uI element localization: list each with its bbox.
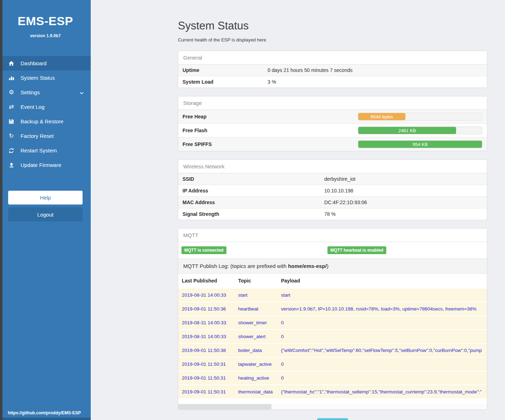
general-panel: General Uptime 0 days 21 hours 50 minute… xyxy=(178,51,487,88)
ip-address-row: IP Address 10.10.10.198 xyxy=(178,185,487,196)
sidebar-item-event-log[interactable]: ⇄ Event Log xyxy=(0,100,91,114)
system-load-label: System Load xyxy=(183,79,268,85)
wireless-panel-title: Wireless Network xyxy=(178,160,487,173)
general-panel-title: General xyxy=(178,51,487,65)
log-cell-topic: boiler_data xyxy=(235,343,277,357)
log-cell-payload: {"thermostat_hc":"1","thermostat_seltemp… xyxy=(277,385,487,398)
log-cell-payload: version=1.9.0b7, IP=10.10.10.198, rssid=… xyxy=(277,302,487,316)
table-bottom-gap xyxy=(178,398,487,404)
app-version: version 1.9.0b7 xyxy=(0,33,91,38)
free-heap-progress-track: 9544 bytes xyxy=(358,113,482,121)
log-row: 2019-08-31 14:00:33 shower_alert 0 xyxy=(178,330,487,343)
free-spiffs-progress-track: 954 KB xyxy=(358,140,482,148)
sidebar-item-restart-system[interactable]: Restart System xyxy=(0,143,91,158)
sidebar-item-label: Update Firmware xyxy=(21,162,61,168)
log-cell-topic: start xyxy=(235,288,277,302)
free-flash-label: Free Flash xyxy=(183,128,358,133)
refresh-button[interactable]: Refresh xyxy=(317,418,348,420)
mac-address-value: DC:4F:22:1D:93:06 xyxy=(324,200,367,205)
log-cell-date: 2019-08-31 14:00:33 xyxy=(178,316,235,330)
ip-address-label: IP Address xyxy=(183,188,324,194)
github-link[interactable]: https://github.com/proddy/EMS-ESP xyxy=(8,410,81,415)
log-row: 2019-09-01 11:50:36 heartbeat version=1.… xyxy=(178,302,487,316)
sidebar-item-update-firmware[interactable]: Update Firmware xyxy=(0,158,91,172)
log-cell-date: 2019-08-31 14:00:33 xyxy=(178,330,235,343)
sidebar-item-dashboard[interactable]: Dashboard xyxy=(0,56,91,71)
sidebar-item-label: Event Log xyxy=(21,104,45,110)
ip-address-value: 10.10.10.198 xyxy=(324,188,353,194)
logout-button[interactable]: Logout xyxy=(8,207,83,222)
page-title: System Status xyxy=(178,19,487,32)
app-window: EMS-ESP version 1.9.0b7 Dashboard System… xyxy=(0,0,505,420)
sidebar-item-label: Restart System xyxy=(21,147,57,153)
horizontal-scrollbar-track[interactable] xyxy=(178,404,487,409)
sidebar-item-label: Settings xyxy=(21,89,40,95)
gear-icon: ⚙ xyxy=(7,89,15,96)
col-header-topic: Topic xyxy=(235,274,277,288)
free-flash-progress-track: 2461 KB xyxy=(358,127,482,134)
sync-icon xyxy=(7,147,15,154)
exchange-icon: ⇄ xyxy=(7,104,15,110)
mac-address-label: MAC Address xyxy=(183,200,324,205)
log-cell-topic: heating_active xyxy=(235,371,277,385)
col-header-payload: Payload xyxy=(277,274,487,288)
log-cell-payload: start xyxy=(277,288,487,302)
chevron-down-icon xyxy=(80,89,84,95)
uptime-row: Uptime 0 days 21 hours 50 minutes 7 seco… xyxy=(178,65,487,76)
free-heap-row: Free Heap 9544 bytes xyxy=(178,110,487,123)
mqtt-panel-title: MQTT xyxy=(178,229,487,242)
sidebar-item-backup-restore[interactable]: Backup & Restore xyxy=(0,114,91,129)
signal-strength-row: Signal Strength 78 % xyxy=(178,208,487,220)
log-cell-topic: heartbeat xyxy=(235,302,277,316)
log-cell-date: 2019-08-31 14:00:33 xyxy=(178,288,235,302)
log-cell-date: 2019-09-01 11:50:36 xyxy=(178,302,235,316)
log-cell-topic: thermostat_data xyxy=(235,385,277,398)
signal-strength-label: Signal Strength xyxy=(183,211,324,217)
app-title: EMS-ESP xyxy=(0,14,91,28)
help-button[interactable]: Help xyxy=(8,191,83,205)
home-icon xyxy=(7,60,15,67)
log-cell-payload: 0 xyxy=(277,371,487,385)
publish-log-suffix: ) xyxy=(327,263,329,269)
log-row: 2019-09-01 11:50:31 tapwater_active 0 xyxy=(178,357,487,371)
redo-icon: ↻ xyxy=(7,133,15,139)
levels-icon xyxy=(7,75,15,81)
storage-panel-title: Storage xyxy=(178,96,487,110)
publish-log-topic-prefix: home/ems-esp/ xyxy=(288,263,327,269)
uptime-label: Uptime xyxy=(183,67,268,73)
log-cell-payload: 0 xyxy=(277,316,487,330)
storage-panel: Storage Free Heap 9544 bytes Free Flash … xyxy=(178,96,487,151)
sidebar-item-label: Backup & Restore xyxy=(21,118,63,124)
free-spiffs-label: Free SPIFFS xyxy=(183,141,358,147)
page-subtitle: Current health of the ESP is displayed h… xyxy=(178,37,487,43)
sidebar-item-label: Factory Reset xyxy=(21,133,54,139)
log-cell-payload: 0 xyxy=(277,357,487,371)
free-heap-label: Free Heap xyxy=(183,114,358,119)
sidebar-item-system-status[interactable]: System Status xyxy=(0,71,91,85)
horizontal-scrollbar-thumb[interactable] xyxy=(178,404,271,409)
wireless-panel: Wireless Network SSID derbyshire_iot IP … xyxy=(178,159,487,220)
signal-strength-value: 78 % xyxy=(324,211,336,217)
log-cell-date: 2019-09-01 11:50:31 xyxy=(178,371,235,385)
sidebar-item-factory-reset[interactable]: ↻ Factory Reset xyxy=(0,129,91,143)
log-row: 2019-09-01 11:50:31 thermostat_data {"th… xyxy=(178,385,487,398)
mqtt-badges-row: MQTT is connected MQTT hearbeat is enabl… xyxy=(178,242,487,258)
brand: EMS-ESP version 1.9.0b7 xyxy=(0,0,91,38)
log-cell-date: 2019-09-01 11:50:38 xyxy=(178,343,235,357)
free-spiffs-row: Free SPIFFS 954 KB xyxy=(178,137,487,151)
col-header-last-published: Last Published xyxy=(178,274,235,288)
main-area: System Status Current health of the ESP … xyxy=(91,0,505,420)
mqtt-panel: MQTT MQTT is connected MQTT hearbeat is … xyxy=(178,228,487,410)
mqtt-publish-log-caption: MQTT Publish Log: (topics are prefixed w… xyxy=(178,258,487,274)
log-row: 2019-09-01 11:50:31 heating_active 0 xyxy=(178,371,487,385)
system-load-row: System Load 3 % xyxy=(178,76,487,88)
ssid-row: SSID derbyshire_iot xyxy=(178,173,487,185)
log-header-row: Last Published Topic Payload xyxy=(178,274,487,288)
log-cell-payload: 0 xyxy=(277,330,487,343)
log-cell-topic: tapwater_active xyxy=(235,357,277,371)
ssid-value: derbyshire_iot xyxy=(324,176,355,182)
log-row: 2019-08-31 14:00:33 shower_timer 0 xyxy=(178,316,487,330)
log-row: 2019-09-01 11:50:38 boiler_data {"wWComf… xyxy=(178,343,487,357)
publish-log-prefix: MQTT Publish Log: (topics are prefixed w… xyxy=(183,263,288,269)
sidebar-item-settings[interactable]: ⚙ Settings xyxy=(0,85,91,100)
